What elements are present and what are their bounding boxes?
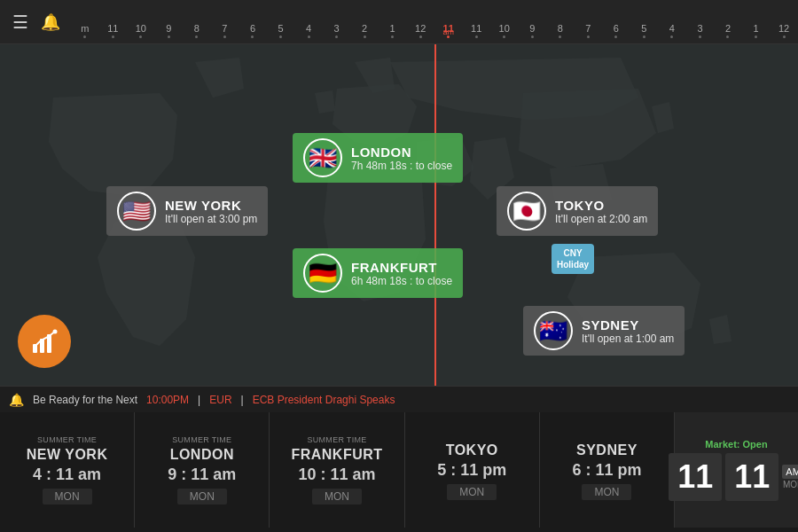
ruler-dot <box>643 35 645 38</box>
analytics-button[interactable] <box>18 315 71 368</box>
clock-city-london: LONDON <box>170 447 234 463</box>
clock-day-sydney: MON <box>582 484 631 500</box>
ruler-seg: 9 <box>155 24 184 38</box>
ruler-label: 9 <box>166 24 171 34</box>
ruler-seg: 12 <box>770 24 798 38</box>
time-ruler: m 11 10 9 8 7 6 5 4 3 2 1 12 am 11 1 <box>71 0 798 43</box>
ruler-dot <box>308 35 310 38</box>
market-status-london: 7h 48m 18s : to close <box>351 160 452 172</box>
notif-separator2: | <box>241 394 244 406</box>
ruler-dot <box>223 35 226 38</box>
ruler-label: 6 <box>250 24 255 34</box>
market-am-label: AM <box>782 465 798 479</box>
ruler-seg: m <box>71 24 99 38</box>
ruler-seg: 8 <box>546 24 575 38</box>
ruler-label: 3 <box>697 24 702 34</box>
market-open-panel: Market: Open 11 11 AM MON <box>674 412 798 528</box>
ruler-current-seg: am 11 <box>434 24 463 38</box>
market-flag-tokyo: 🇯🇵 <box>507 192 546 231</box>
market-status-frankfurt: 6h 48m 18s : to close <box>351 275 452 287</box>
ruler-dot <box>251 35 254 38</box>
ruler-dot <box>755 35 757 38</box>
ruler-label: 12 <box>415 24 426 34</box>
ruler-label: 7 <box>222 24 227 34</box>
notif-bell-icon: 🔔 <box>9 393 24 407</box>
market-name-london: LONDON <box>351 145 452 160</box>
svg-point-3 <box>53 330 58 334</box>
ruler-label: 5 <box>278 24 283 34</box>
ruler-label: 6 <box>614 24 619 34</box>
market-flag-newyork: 🇺🇸 <box>117 192 156 231</box>
ruler-dot <box>83 35 86 38</box>
ruler-seg: 4 <box>294 24 323 38</box>
market-card-tokyo[interactable]: 🇯🇵 TOKYO It'll open at 2:00 am <box>497 186 658 236</box>
ruler-label: 11 <box>107 24 118 34</box>
market-card-newyork[interactable]: 🇺🇸 NEW YORK It'll open at 3:00 pm <box>106 186 268 236</box>
ruler-dot <box>726 35 729 38</box>
ruler-seg: 3 <box>323 24 351 38</box>
market-name-frankfurt: FRANKFURT <box>351 260 452 275</box>
clock-time-sydney: 6 : 11 pm <box>572 461 641 480</box>
ruler-label: 8 <box>194 24 200 34</box>
market-card-frankfurt[interactable]: 🇩🇪 FRANKFURT 6h 48m 18s : to close <box>293 248 463 298</box>
notif-currency: EUR <box>209 394 231 406</box>
ruler-label: 11 <box>471 24 481 34</box>
clock-cell-frankfurt: Summer Time FRANKFURT 10 : 11 am MON <box>270 412 404 528</box>
ruler-label: 12 <box>778 24 789 34</box>
market-ampm-block: AM MON <box>782 465 798 489</box>
market-name-sydney: SYDNEY <box>582 317 674 332</box>
market-flag-frankfurt: 🇩🇪 <box>303 254 342 293</box>
ruler-seg: 12 <box>406 24 434 38</box>
market-open-label: Market: Open <box>705 439 767 450</box>
market-status-newyork: It'll open at 3:00 pm <box>165 213 257 225</box>
cny-badge: CNYHoliday <box>552 244 594 274</box>
ruler-seg: 8 <box>183 24 211 38</box>
clock-city-newyork: NEW YORK <box>27 447 108 463</box>
ruler-label: 3 <box>333 24 339 34</box>
market-card-london[interactable]: 🇬🇧 LONDON 7h 48m 18s : to close <box>293 133 463 183</box>
ruler-dot <box>391 35 394 38</box>
clock-cell-tokyo: TOKYO 5 : 11 pm MON <box>405 412 540 528</box>
ruler-seg: 1 <box>742 24 771 38</box>
ruler-label: 9 <box>529 24 535 34</box>
ruler-seg: 2 <box>714 24 742 38</box>
ruler-seg: 11 <box>99 24 128 38</box>
clocks-bar: Summer Time NEW YORK 4 : 11 am MON Summe… <box>0 412 798 528</box>
ruler-label: 7 <box>585 24 591 34</box>
ruler-seg: 7 <box>575 24 603 38</box>
ruler-dot <box>559 35 561 38</box>
clock-cell-sydney: SYDNEY 6 : 11 pm MON <box>540 412 674 528</box>
market-card-sydney[interactable]: 🇦🇺 SYDNEY It'll open at 1:00 am <box>523 306 685 356</box>
ruler-dot <box>587 35 590 38</box>
market-status-tokyo: It'll open at 2:00 am <box>555 213 647 225</box>
market-open-time-row: 11 11 AM MON <box>669 453 798 501</box>
market-status-sydney: It'll open at 1:00 am <box>582 332 674 345</box>
ruler-label: 1 <box>390 24 395 34</box>
ruler-label: 2 <box>362 24 367 34</box>
ruler-seg: 6 <box>239 24 267 38</box>
notif-separator1: | <box>198 394 200 406</box>
ruler-label: 2 <box>725 24 731 34</box>
ruler-dot <box>364 35 366 38</box>
ruler-seg: 4 <box>658 24 686 38</box>
ruler-seg: 11 <box>462 24 490 38</box>
bell-icon[interactable]: 🔔 <box>41 12 60 32</box>
ruler-dot <box>503 35 505 38</box>
clock-cell-newyork: Summer Time NEW YORK 4 : 11 am MON <box>0 412 135 528</box>
am-label: am <box>442 27 454 36</box>
ruler-label: 10 <box>136 24 146 34</box>
ruler-track: m 11 10 9 8 7 6 5 4 3 2 1 12 am 11 1 <box>71 0 798 43</box>
ruler-label: 1 <box>753 24 758 34</box>
ruler-dot <box>195 35 198 38</box>
market-hour-block: 11 <box>669 453 722 501</box>
market-info-tokyo: TOKYO It'll open at 2:00 am <box>555 198 647 225</box>
clock-time-frankfurt: 10 : 11 am <box>298 466 375 484</box>
ruler-dot <box>335 35 338 38</box>
ruler-seg: 3 <box>686 24 715 38</box>
hamburger-icon[interactable]: ☰ <box>12 12 28 33</box>
ruler-seg: 1 <box>379 24 407 38</box>
market-day-label: MON <box>782 480 798 489</box>
ruler-dot <box>670 35 673 38</box>
clock-summer-frankfurt: Summer Time <box>307 435 366 444</box>
clock-city-frankfurt: FRANKFURT <box>291 447 382 463</box>
